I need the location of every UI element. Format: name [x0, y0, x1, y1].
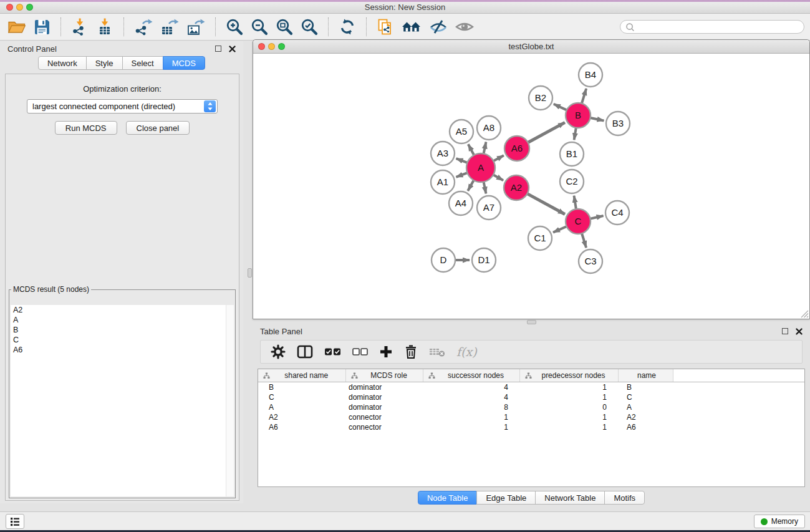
- vertical-splitter-handle[interactable]: [248, 268, 252, 278]
- table-row[interactable]: Cdominator41C: [258, 392, 804, 402]
- column-header-shared-name[interactable]: shared name: [258, 369, 345, 382]
- graph-node-B4[interactable]: B4: [579, 63, 602, 87]
- graph-node-A7[interactable]: A7: [477, 196, 501, 220]
- result-item[interactable]: A6: [11, 345, 234, 355]
- graph-edge-B-B2[interactable]: [554, 104, 568, 111]
- network-window-titlebar[interactable]: testGlobe.txt: [253, 40, 809, 54]
- close-window-button[interactable]: [6, 4, 13, 11]
- result-item[interactable]: C: [11, 335, 234, 345]
- table-row[interactable]: Bdominator41B: [258, 382, 804, 392]
- graph-node-C2[interactable]: C2: [560, 170, 584, 193]
- zoom-selected-button[interactable]: [301, 18, 318, 36]
- graph-edge-B-B1[interactable]: [574, 127, 576, 140]
- search-input[interactable]: [637, 22, 799, 31]
- graph-edge-A-A5[interactable]: [468, 144, 475, 156]
- deselect-all-rows-button[interactable]: [352, 348, 368, 355]
- tab-select[interactable]: Select: [122, 56, 163, 70]
- add-column-button[interactable]: [379, 345, 393, 359]
- graph-node-A1[interactable]: A1: [431, 170, 455, 194]
- column-header-predecessor-nodes[interactable]: predecessor nodes: [519, 369, 618, 382]
- save-session-button[interactable]: [34, 19, 51, 36]
- show-graphics-details-button[interactable]: [455, 20, 474, 34]
- graph-node-C4[interactable]: C4: [605, 201, 629, 225]
- export-table-button[interactable]: [160, 18, 179, 36]
- minimize-view-button[interactable]: [268, 43, 275, 50]
- graph-edge-C-C3[interactable]: [581, 232, 586, 248]
- run-mcds-button[interactable]: Run MCDS: [55, 121, 117, 135]
- import-table-button[interactable]: [96, 18, 113, 36]
- refresh-button[interactable]: [339, 18, 356, 36]
- tab-network[interactable]: Network: [38, 56, 87, 70]
- graph-node-D[interactable]: D: [432, 248, 455, 272]
- delete-columns-button[interactable]: [404, 344, 418, 359]
- result-scrollbar[interactable]: [226, 305, 234, 496]
- graph-node-D1[interactable]: D1: [472, 248, 496, 272]
- graph-edge-B-B3[interactable]: [589, 118, 604, 121]
- graph-node-B1[interactable]: B1: [560, 142, 584, 166]
- delete-table-button[interactable]: [429, 347, 445, 357]
- network-graph[interactable]: AA1A2A3A4A5A6A7A8BB1B2B3B4CC1C2C3C4DD1: [253, 54, 809, 319]
- graph-edge-C-C1[interactable]: [553, 226, 568, 232]
- tab-mcds[interactable]: MCDS: [163, 56, 205, 70]
- graph-node-A8[interactable]: A8: [477, 116, 501, 140]
- column-header-mcds-role[interactable]: MCDS role: [345, 369, 423, 382]
- show-columns-button[interactable]: [297, 345, 313, 359]
- table-options-button[interactable]: [271, 344, 286, 359]
- search-box[interactable]: [620, 20, 804, 34]
- graph-node-A[interactable]: A: [466, 153, 495, 182]
- tab-motifs[interactable]: Motifs: [604, 491, 645, 505]
- tab-network-table[interactable]: Network Table: [535, 491, 605, 505]
- float-panel-icon[interactable]: [215, 46, 221, 52]
- graph-node-C3[interactable]: C3: [579, 249, 602, 273]
- resize-grip-icon[interactable]: [801, 310, 809, 318]
- graph-edge-A2-C[interactable]: [526, 193, 565, 215]
- minimize-window-button[interactable]: [16, 4, 23, 11]
- tab-node-table[interactable]: Node Table: [418, 491, 478, 505]
- float-panel-icon[interactable]: [782, 328, 788, 334]
- graph-node-A6[interactable]: A6: [504, 136, 529, 161]
- zoom-view-button[interactable]: [278, 43, 285, 50]
- close-panel-icon[interactable]: [796, 328, 803, 335]
- close-panel-icon[interactable]: [229, 46, 236, 52]
- export-image-button[interactable]: [186, 18, 205, 36]
- home-button[interactable]: [402, 19, 422, 34]
- close-view-button[interactable]: [258, 43, 265, 50]
- node-table[interactable]: shared nameMCDS rolesuccessor nodesprede…: [258, 369, 805, 487]
- graph-node-B2[interactable]: B2: [529, 86, 552, 110]
- graph-edge-B-B4[interactable]: [581, 89, 586, 105]
- result-item[interactable]: A: [11, 315, 234, 325]
- zoom-out-button[interactable]: [251, 18, 268, 36]
- graph-node-A5[interactable]: A5: [450, 120, 473, 143]
- result-item[interactable]: A2: [11, 305, 234, 315]
- graph-node-C[interactable]: C: [566, 209, 591, 234]
- graph-edge-C-C2[interactable]: [574, 196, 577, 210]
- graph-edge-C-C4[interactable]: [589, 216, 604, 219]
- table-row[interactable]: A6connector11A6: [258, 422, 804, 432]
- network-canvas[interactable]: AA1A2A3A4A5A6A7A8BB1B2B3B4CC1C2C3C4DD1: [253, 54, 809, 319]
- open-session-button[interactable]: [7, 19, 26, 35]
- table-row[interactable]: A2connector11A2: [258, 412, 804, 422]
- zoom-fit-button[interactable]: [276, 18, 293, 36]
- select-all-rows-button[interactable]: [324, 347, 341, 356]
- graph-node-A4[interactable]: A4: [449, 191, 473, 215]
- tab-style[interactable]: Style: [86, 56, 123, 70]
- memory-button[interactable]: Memory: [754, 515, 805, 528]
- zoom-window-button[interactable]: [26, 4, 33, 11]
- graph-node-A3[interactable]: A3: [431, 142, 455, 165]
- column-header-name[interactable]: name: [618, 369, 673, 382]
- panel-list-button[interactable]: [6, 514, 24, 529]
- graph-node-A2[interactable]: A2: [504, 175, 529, 200]
- table-row[interactable]: Adominator80A: [258, 402, 804, 412]
- column-header-successor-nodes[interactable]: successor nodes: [423, 369, 519, 382]
- criterion-select[interactable]: largest connected component (directed): [27, 99, 218, 114]
- graph-node-B3[interactable]: B3: [606, 112, 630, 135]
- graph-edge-A-A4[interactable]: [468, 179, 474, 191]
- close-panel-button[interactable]: Close panel: [126, 121, 190, 135]
- network-from-file-button[interactable]: [377, 18, 394, 36]
- hide-graphics-details-button[interactable]: [429, 19, 448, 35]
- zoom-in-button[interactable]: [226, 18, 243, 36]
- graph-node-B[interactable]: B: [566, 103, 591, 128]
- graph-node-C1[interactable]: C1: [528, 226, 552, 250]
- export-network-button[interactable]: [134, 18, 153, 36]
- function-builder-button[interactable]: f(x): [456, 345, 477, 359]
